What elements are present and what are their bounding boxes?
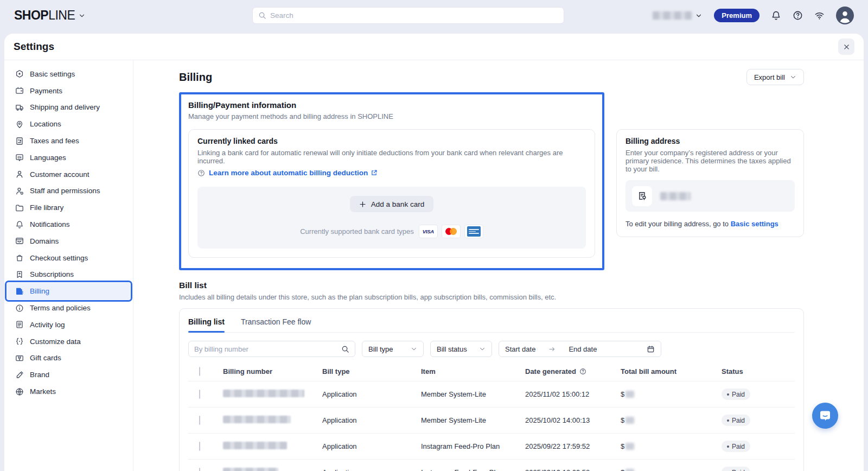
person-gear-icon bbox=[15, 187, 24, 195]
global-search[interactable] bbox=[252, 7, 564, 24]
tab-transaction-fee-flow[interactable]: Transaction Fee flow bbox=[241, 317, 311, 332]
bill-type-filter-label: Bill type bbox=[368, 345, 393, 353]
learn-more-link[interactable]: Learn more about automatic billing deduc… bbox=[209, 169, 378, 177]
add-bank-card-button[interactable]: Add a bank card bbox=[350, 196, 433, 212]
globe-icon bbox=[15, 387, 24, 396]
sidebar-item-label: Domains bbox=[30, 237, 59, 245]
table-row: ApplicationInstagram Feed-Free Plan2025/… bbox=[188, 460, 795, 471]
billing-address-value-panel bbox=[626, 180, 795, 212]
wallet-icon bbox=[15, 86, 24, 95]
currency-prefix: $ bbox=[621, 390, 624, 398]
row-checkbox[interactable] bbox=[199, 442, 200, 451]
shopline-logo[interactable]: SHOPLINE bbox=[14, 8, 86, 23]
sidebar-item-label: Taxes and fees bbox=[30, 137, 79, 145]
col-bill-type: Bill type bbox=[322, 367, 421, 375]
sidebar-item-basic-settings[interactable]: Basic settings bbox=[4, 66, 133, 82]
sidebar-item-billing[interactable]: Billing bbox=[7, 283, 130, 300]
sidebar-item-label: Subscriptions bbox=[30, 270, 74, 278]
learn-more-label: Learn more about automatic billing deduc… bbox=[209, 169, 368, 177]
sidebar-item-terms-and-policies[interactable]: Terms and policies bbox=[4, 300, 133, 316]
chevron-down-icon bbox=[78, 12, 86, 20]
add-bank-card-label: Add a bank card bbox=[371, 200, 424, 208]
row-checkbox[interactable] bbox=[199, 390, 200, 399]
question-circle-icon bbox=[197, 169, 205, 177]
global-search-input[interactable] bbox=[270, 11, 558, 20]
network-wifi-icon[interactable] bbox=[814, 10, 825, 21]
sidebar-item-domains[interactable]: Domains bbox=[4, 233, 133, 250]
supported-cards-label: Currently supported bank card types bbox=[300, 227, 414, 236]
plus-icon bbox=[359, 201, 366, 208]
sidebar-item-label: Basic settings bbox=[30, 70, 75, 78]
sidebar-item-customize-data[interactable]: Customize data bbox=[4, 333, 133, 350]
payment-info-highlight-box: Billing/Payment information Manage your … bbox=[179, 92, 604, 270]
help-icon[interactable] bbox=[793, 10, 803, 21]
bookmark-plus-icon bbox=[15, 270, 24, 279]
sidebar-item-locations[interactable]: Locations bbox=[4, 116, 133, 132]
calendar-icon bbox=[647, 345, 655, 353]
sidebar-item-staff-and-permissions[interactable]: Staff and permissions bbox=[4, 183, 133, 200]
cell-item: Member System-Lite bbox=[421, 390, 525, 398]
chevron-down-icon bbox=[479, 346, 486, 352]
sidebar-item-file-library[interactable]: File library bbox=[4, 199, 133, 216]
bill-list-tabs: Billing list Transaction Fee flow bbox=[188, 309, 795, 333]
shopping-bag-icon bbox=[15, 253, 24, 262]
row-checkbox[interactable] bbox=[199, 468, 200, 471]
settings-panel-header: Settings bbox=[4, 34, 864, 60]
mastercard-logo-icon bbox=[442, 225, 461, 238]
premium-badge[interactable]: Premium bbox=[714, 9, 760, 22]
sidebar-item-markets[interactable]: Markets bbox=[4, 383, 133, 400]
close-icon bbox=[843, 43, 850, 50]
sidebar-item-label: Gift cards bbox=[30, 354, 61, 362]
col-status: Status bbox=[722, 367, 795, 375]
svg-text:EN: EN bbox=[18, 156, 22, 159]
basic-settings-link[interactable]: Basic settings bbox=[731, 220, 778, 228]
document-lines-icon bbox=[15, 320, 24, 329]
sidebar-item-payments[interactable]: Payments bbox=[4, 82, 133, 99]
status-label: Paid bbox=[732, 469, 745, 471]
cell-date-generated: 2025/10/02 14:00:13 bbox=[525, 416, 621, 424]
cell-bill-type: Application bbox=[322, 442, 421, 450]
amount-redacted bbox=[626, 469, 634, 471]
billing-number-search[interactable] bbox=[188, 341, 355, 357]
bill-table-header: Billing number Bill type Item Date gener… bbox=[188, 361, 795, 381]
support-chat-button[interactable] bbox=[812, 403, 838, 429]
gift-card-icon bbox=[15, 354, 24, 362]
billing-number-search-input[interactable] bbox=[194, 345, 337, 353]
gear-icon bbox=[15, 69, 24, 78]
folder-icon bbox=[15, 203, 24, 212]
user-avatar[interactable] bbox=[836, 7, 854, 24]
billing-address-redacted bbox=[660, 192, 691, 200]
cell-total-amount: $ bbox=[621, 468, 722, 471]
export-bill-button[interactable]: Export bill bbox=[746, 69, 804, 85]
bill-type-filter[interactable]: Bill type bbox=[362, 341, 424, 357]
sidebar-item-brand[interactable]: Brand bbox=[4, 366, 133, 383]
receipt-icon bbox=[15, 137, 24, 145]
sidebar-item-checkout-settings[interactable]: Checkout settings bbox=[4, 250, 133, 266]
close-button[interactable] bbox=[838, 39, 854, 55]
select-all-checkbox[interactable] bbox=[199, 367, 200, 376]
sidebar-item-languages[interactable]: ENLanguages bbox=[4, 149, 133, 166]
currency-prefix: $ bbox=[621, 442, 624, 450]
tab-billing-list[interactable]: Billing list bbox=[188, 317, 225, 332]
sidebar-item-notifications[interactable]: Notifications bbox=[4, 216, 133, 233]
cell-date-generated: 2025/09/22 17:59:52 bbox=[525, 442, 621, 450]
notifications-bell-icon[interactable] bbox=[771, 10, 781, 21]
sidebar-item-gift-cards[interactable]: Gift cards bbox=[4, 350, 133, 367]
braces-icon bbox=[15, 337, 24, 346]
cell-date-generated: 2025/09/19 12:09:53 bbox=[525, 468, 621, 471]
status-badge: Paid bbox=[722, 415, 750, 426]
chevron-down-icon bbox=[695, 12, 703, 20]
payment-info-subtitle: Manage your payment methods and billing … bbox=[188, 112, 595, 120]
billing-number-redacted bbox=[223, 468, 278, 471]
row-checkbox[interactable] bbox=[199, 416, 200, 425]
bill-status-filter[interactable]: Bill status bbox=[430, 341, 492, 357]
sidebar-item-activity-log[interactable]: Activity log bbox=[4, 316, 133, 333]
sidebar-item-shipping-and-delivery[interactable]: Shipping and delivery bbox=[4, 99, 133, 116]
table-row: ApplicationMember System-Lite2025/10/02 … bbox=[188, 408, 795, 434]
sidebar-item-subscriptions[interactable]: Subscriptions bbox=[4, 266, 133, 283]
date-range-filter[interactable]: Start date End date bbox=[499, 341, 661, 357]
supported-card-logos: VISA bbox=[419, 225, 483, 238]
sidebar-item-taxes-and-fees[interactable]: Taxes and fees bbox=[4, 132, 133, 149]
sidebar-item-customer-account[interactable]: Customer account bbox=[4, 166, 133, 183]
store-switcher[interactable] bbox=[653, 11, 703, 20]
